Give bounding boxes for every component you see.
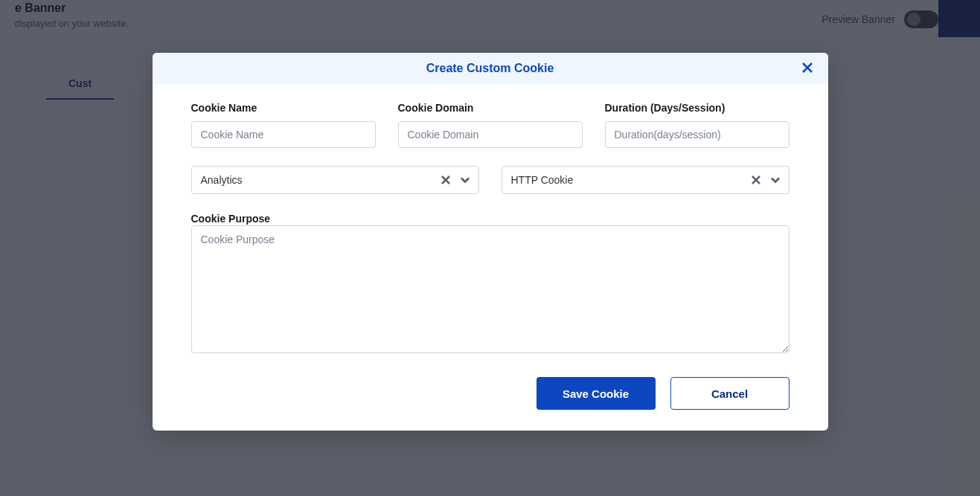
cookie-domain-input[interactable] bbox=[398, 121, 583, 148]
modal-footer: Save Cookie Cancel bbox=[191, 377, 790, 410]
clear-icon[interactable] bbox=[441, 175, 451, 185]
purpose-textarea[interactable] bbox=[191, 225, 790, 353]
modal-overlay: Create Custom Cookie Cookie Name Cookie … bbox=[0, 0, 980, 496]
close-button[interactable] bbox=[798, 59, 816, 77]
type-select-value: HTTP Cookie bbox=[511, 174, 574, 186]
category-select-value: Analytics bbox=[201, 174, 243, 186]
save-button[interactable]: Save Cookie bbox=[537, 377, 656, 410]
cancel-button[interactable]: Cancel bbox=[670, 377, 790, 410]
duration-input[interactable] bbox=[605, 121, 790, 148]
duration-group: Duration (Days/Session) bbox=[605, 102, 790, 148]
clear-icon[interactable] bbox=[751, 175, 761, 185]
chevron-down-icon[interactable] bbox=[769, 173, 782, 187]
purpose-group: Cookie Purpose bbox=[191, 212, 790, 356]
category-select-wrap: Analytics bbox=[191, 166, 479, 194]
cookie-domain-group: Cookie Domain bbox=[398, 102, 583, 148]
cookie-name-input[interactable] bbox=[191, 121, 376, 148]
cookie-name-label: Cookie Name bbox=[191, 102, 376, 114]
purpose-label: Cookie Purpose bbox=[191, 213, 271, 225]
modal-title: Create Custom Cookie bbox=[426, 62, 554, 75]
cookie-name-group: Cookie Name bbox=[191, 102, 376, 148]
form-row-1: Cookie Name Cookie Domain Duration (Days… bbox=[191, 102, 790, 148]
duration-label: Duration (Days/Session) bbox=[605, 102, 790, 114]
chevron-down-icon[interactable] bbox=[458, 173, 472, 187]
close-icon bbox=[801, 62, 813, 76]
create-cookie-modal: Create Custom Cookie Cookie Name Cookie … bbox=[153, 53, 828, 431]
form-row-2: Analytics HTTP Cookie bbox=[191, 166, 790, 194]
modal-header: Create Custom Cookie bbox=[153, 53, 828, 84]
type-select-icons bbox=[751, 173, 782, 187]
type-select-wrap: HTTP Cookie bbox=[502, 166, 790, 194]
cookie-domain-label: Cookie Domain bbox=[398, 102, 583, 114]
modal-body: Cookie Name Cookie Domain Duration (Days… bbox=[153, 84, 828, 431]
category-select[interactable]: Analytics bbox=[191, 166, 479, 194]
type-select[interactable]: HTTP Cookie bbox=[502, 166, 790, 194]
category-select-icons bbox=[441, 173, 472, 187]
